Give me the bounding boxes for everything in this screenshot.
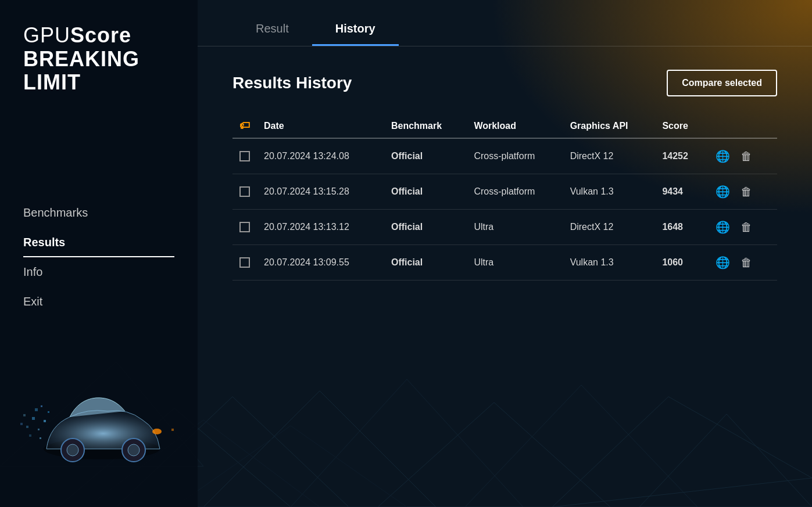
share-button-2[interactable]: 🌐 [713, 218, 732, 236]
row-date-1: 20.07.2024 13:15.28 [257, 174, 384, 210]
compare-selected-button[interactable]: Compare selected [667, 70, 777, 96]
tab-history[interactable]: History [312, 22, 399, 46]
row-select-checkbox-1[interactable] [239, 186, 250, 197]
row-score-0: 14252 [655, 138, 706, 174]
sidebar-item-exit[interactable]: Exit [0, 287, 198, 317]
svg-rect-26 [41, 405, 42, 407]
table-body: 20.07.2024 13:24.08 Official Cross-platf… [232, 138, 777, 281]
row-actions-3: 🌐 🗑 [706, 245, 777, 281]
app-logo: GPUScore BREAKING LIMIT [0, 17, 198, 117]
logo-line2: BREAKING LIMIT [23, 48, 174, 94]
sidebar: GPUScore BREAKING LIMIT Benchmarks Resul… [0, 0, 198, 507]
row-workload-3: Ultra [467, 245, 563, 281]
row-score-2: 1648 [655, 210, 706, 245]
main-content: Result History Results History Compare s… [198, 0, 812, 507]
results-table: 🏷 Date Benchmark Workload Graphics API S… [232, 114, 777, 281]
svg-rect-22 [29, 434, 31, 437]
svg-rect-18 [38, 429, 40, 430]
sidebar-item-benchmarks[interactable]: Benchmarks [0, 198, 198, 228]
row-checkbox-cell[interactable] [232, 210, 257, 245]
svg-rect-23 [48, 411, 49, 413]
col-score: Score [655, 114, 706, 138]
content-area: Results History Compare selected 🏷 Date … [198, 46, 812, 507]
share-button-1[interactable]: 🌐 [713, 182, 732, 201]
table-header: 🏷 Date Benchmark Workload Graphics API S… [232, 114, 777, 138]
row-select-checkbox-0[interactable] [239, 151, 250, 161]
col-graphics-api: Graphics API [563, 114, 656, 138]
row-checkbox-cell[interactable] [232, 245, 257, 281]
delete-button-3[interactable]: 🗑 [738, 254, 754, 272]
share-button-0[interactable]: 🌐 [713, 147, 732, 166]
row-score-1: 9434 [655, 174, 706, 210]
results-history-title: Results History [232, 74, 352, 92]
row-workload-2: Ultra [467, 210, 563, 245]
row-workload-0: Cross-platform [467, 138, 563, 174]
car-illustration [12, 373, 174, 490]
logo-line1: GPUScore [23, 23, 174, 48]
sidebar-item-results[interactable]: Results [0, 228, 198, 257]
row-date-0: 20.07.2024 13:24.08 [257, 138, 384, 174]
col-date: Date [257, 114, 384, 138]
svg-rect-17 [44, 420, 46, 422]
row-benchmark-2: Official [384, 210, 467, 245]
row-benchmark-0: Official [384, 138, 467, 174]
row-graphics-api-3: Vulkan 1.3 [563, 245, 656, 281]
row-graphics-api-2: DirectX 12 [563, 210, 656, 245]
svg-rect-28 [171, 429, 174, 431]
svg-rect-24 [35, 408, 38, 411]
col-checkbox: 🏷 [232, 114, 257, 138]
svg-rect-27 [20, 423, 23, 425]
row-benchmark-1: Official [384, 174, 467, 210]
tab-result[interactable]: Result [232, 22, 312, 46]
row-select-checkbox-2[interactable] [239, 222, 250, 232]
svg-rect-21 [40, 437, 41, 439]
col-actions [706, 114, 777, 138]
table-row: 20.07.2024 13:24.08 Official Cross-platf… [232, 138, 777, 174]
row-graphics-api-0: DirectX 12 [563, 138, 656, 174]
content-header: Results History Compare selected [232, 70, 777, 96]
table-row: 20.07.2024 13:09.55 Official Ultra Vulka… [232, 245, 777, 281]
row-checkbox-cell[interactable] [232, 174, 257, 210]
row-checkbox-cell[interactable] [232, 138, 257, 174]
delete-button-0[interactable]: 🗑 [738, 148, 754, 166]
svg-rect-19 [32, 417, 35, 420]
table-row: 20.07.2024 13:13.12 Official Ultra Direc… [232, 210, 777, 245]
svg-point-13 [67, 444, 78, 456]
svg-rect-25 [23, 414, 26, 416]
delete-button-2[interactable]: 🗑 [738, 218, 754, 236]
svg-rect-20 [26, 426, 28, 428]
tab-bar: Result History [198, 0, 812, 46]
row-date-2: 20.07.2024 13:13.12 [257, 210, 384, 245]
row-date-3: 20.07.2024 13:09.55 [257, 245, 384, 281]
row-actions-2: 🌐 🗑 [706, 210, 777, 245]
table-row: 20.07.2024 13:15.28 Official Cross-platf… [232, 174, 777, 210]
row-workload-1: Cross-platform [467, 174, 563, 210]
col-benchmark: Benchmark [384, 114, 467, 138]
row-score-3: 1060 [655, 245, 706, 281]
svg-point-16 [152, 429, 162, 434]
row-benchmark-3: Official [384, 245, 467, 281]
sidebar-nav: Benchmarks Results Info Exit [0, 198, 198, 317]
sidebar-item-info[interactable]: Info [0, 257, 198, 287]
share-button-3[interactable]: 🌐 [713, 253, 732, 272]
tag-icon: 🏷 [239, 120, 250, 132]
svg-point-15 [128, 444, 139, 456]
row-actions-0: 🌐 🗑 [706, 138, 777, 174]
row-actions-1: 🌐 🗑 [706, 174, 777, 210]
row-select-checkbox-3[interactable] [239, 257, 250, 268]
col-workload: Workload [467, 114, 563, 138]
row-graphics-api-1: Vulkan 1.3 [563, 174, 656, 210]
delete-button-1[interactable]: 🗑 [738, 183, 754, 201]
